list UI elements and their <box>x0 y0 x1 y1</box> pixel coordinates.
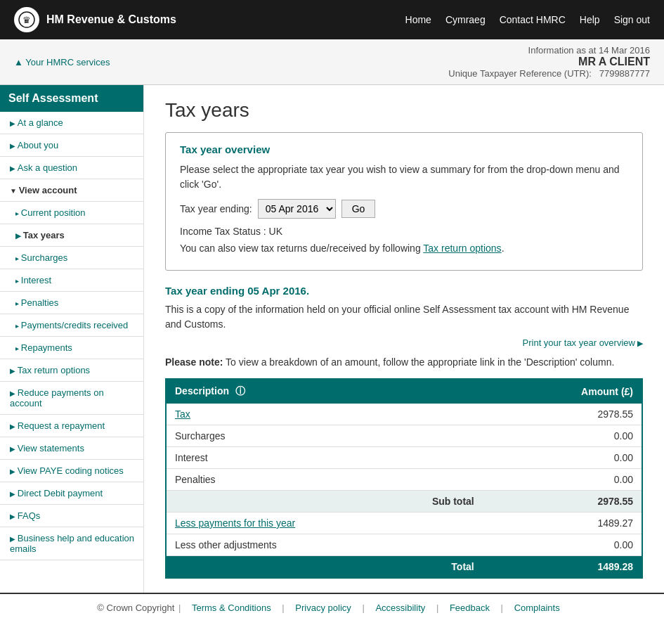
row-penalties-desc: Penalties <box>166 469 483 491</box>
sidebar-subitem-current-position[interactable]: Current position <box>0 202 143 224</box>
table-row: Less other adjustments 0.00 <box>166 534 642 556</box>
total-value: 1489.28 <box>483 556 642 579</box>
tax-year-row: Tax year ending: 05 Apr 2016 05 Apr 2015… <box>180 199 628 219</box>
less-adjustments-desc: Less other adjustments <box>166 534 483 556</box>
sidebar-item-direct-debit[interactable]: Direct Debit payment <box>0 482 143 505</box>
tax-year-overview-box: Tax year overview Please select the appr… <box>165 132 643 271</box>
nav-home[interactable]: Home <box>405 14 431 25</box>
footer-terms[interactable]: Terms & Conditions <box>192 603 271 613</box>
top-nav: Home Cymraeg Contact HMRC Help Sign out <box>405 14 650 25</box>
note-rest: To view a breakdown of an amount, follow… <box>223 356 614 368</box>
nav-signout[interactable]: Sign out <box>614 14 650 25</box>
note-bold: Please note: <box>165 356 223 368</box>
footer-privacy[interactable]: Privacy policy <box>295 603 351 613</box>
data-table: Description ⓘ Amount (£) Tax 2978.55 Sur… <box>165 378 643 579</box>
content-area: Tax years Tax year overview Please selec… <box>144 85 664 593</box>
row-interest-amount: 0.00 <box>483 447 642 469</box>
crown-logo: ♛ <box>14 7 39 32</box>
utr-value: 7799887777 <box>599 68 650 79</box>
less-adjustments-value: 0.00 <box>483 534 642 556</box>
row-surcharges-desc: Surcharges <box>166 425 483 447</box>
nav-help[interactable]: Help <box>580 14 600 25</box>
footer: © Crown Copyright | Terms & Conditions |… <box>0 593 664 622</box>
svg-text:♛: ♛ <box>22 15 31 25</box>
table-header-row: Description ⓘ Amount (£) <box>166 379 642 404</box>
total-label: Total <box>166 556 483 579</box>
main-layout: Self Assessment At a glance About you As… <box>0 85 664 593</box>
top-header: ♛ HM Revenue & Customs Home Cymraeg Cont… <box>0 0 664 39</box>
sidebar-subitem-penalties[interactable]: Penalties <box>0 292 143 314</box>
logo-text: HM Revenue & Customs <box>46 13 176 26</box>
table-row: Interest 0.00 <box>166 447 642 469</box>
tax-year-label: Tax year ending: <box>180 203 252 214</box>
info-date: Information as at 14 Mar 2016 <box>448 45 650 56</box>
sidebar: Self Assessment At a glance About you As… <box>0 85 144 593</box>
table-row: Tax 2978.55 <box>166 404 642 425</box>
row-surcharges-amount: 0.00 <box>483 425 642 447</box>
question-icon[interactable]: ⓘ <box>235 385 245 398</box>
col-amount-header: Amount (£) <box>483 379 642 404</box>
footer-feedback[interactable]: Feedback <box>450 603 490 613</box>
col-description-header: Description ⓘ <box>166 379 483 404</box>
row-tax-amount: 2978.55 <box>483 404 642 425</box>
sidebar-item-view-paye[interactable]: View PAYE coding notices <box>0 460 143 482</box>
sidebar-item-view-account[interactable]: View account <box>0 179 143 202</box>
overview-intro: Please select the appropriate tax year y… <box>180 162 628 192</box>
row-tax-desc: Tax <box>166 404 483 425</box>
sidebar-item-request-repayment[interactable]: Request a repayment <box>0 415 143 437</box>
sidebar-subitem-repayments[interactable]: Repayments <box>0 337 143 359</box>
sidebar-header: Self Assessment <box>0 85 143 112</box>
nav-contact[interactable]: Contact HMRC <box>500 14 566 25</box>
service-bar: ▲ Your HMRC services Information as at 1… <box>0 39 664 85</box>
footer-complaints[interactable]: Complaints <box>514 603 560 613</box>
less-payments-link[interactable]: Less payments for this year <box>175 517 295 529</box>
table-row: Surcharges 0.00 <box>166 425 642 447</box>
sidebar-item-at-a-glance[interactable]: At a glance <box>0 112 143 134</box>
logo-area: ♛ HM Revenue & Customs <box>14 7 176 32</box>
note-text: Please note: To view a breakdown of an a… <box>165 355 643 370</box>
view-returns-text: You can also view tax returns due/receiv… <box>180 243 628 254</box>
tax-year-detail-title: Tax year ending 05 Apr 2016. <box>165 285 643 297</box>
sidebar-subitem-payments-credits[interactable]: Payments/credits received <box>0 314 143 337</box>
copy-text: This is a copy of the information held o… <box>165 302 643 332</box>
print-link[interactable]: Print your tax year overview <box>165 337 643 348</box>
less-payments-value: 1489.27 <box>483 513 642 534</box>
income-tax-status: Income Tax Status : UK <box>180 226 628 237</box>
sidebar-subitem-surcharges[interactable]: Surcharges <box>0 247 143 269</box>
total-row: Total 1489.28 <box>166 556 642 579</box>
user-name: MR A CLIENT <box>448 56 650 68</box>
row-interest-desc: Interest <box>166 447 483 469</box>
sidebar-item-tax-return-options[interactable]: Tax return options <box>0 359 143 382</box>
utr-line: Unique Taxpayer Reference (UTR): 7799887… <box>448 68 650 79</box>
sidebar-item-about-you[interactable]: About you <box>0 134 143 157</box>
subtotal-row: Sub total 2978.55 <box>166 491 642 513</box>
your-hmrc-services-link[interactable]: ▲ Your HMRC services <box>14 57 110 67</box>
table-row: Penalties 0.00 <box>166 469 642 491</box>
print-anchor[interactable]: Print your tax year overview <box>523 337 643 348</box>
sidebar-subitem-tax-years[interactable]: Tax years <box>0 224 143 247</box>
less-payments-desc: Less payments for this year <box>166 513 483 534</box>
subtotal-value: 2978.55 <box>483 491 642 513</box>
sidebar-item-reduce-payments[interactable]: Reduce payments on account <box>0 382 143 415</box>
table-row: Less payments for this year 1489.27 <box>166 513 642 534</box>
row-penalties-amount: 0.00 <box>483 469 642 491</box>
overview-section-title: Tax year overview <box>180 143 628 155</box>
nav-cymraeg[interactable]: Cymraeg <box>445 14 486 25</box>
sidebar-item-business-help[interactable]: Business help and education emails <box>0 527 143 560</box>
copyright: © Crown Copyright <box>97 603 174 613</box>
tax-year-select[interactable]: 05 Apr 2016 05 Apr 2015 05 Apr 2014 <box>258 199 336 219</box>
tax-link[interactable]: Tax <box>175 408 190 420</box>
sidebar-item-view-statements[interactable]: View statements <box>0 437 143 460</box>
user-info: Information as at 14 Mar 2016 MR A CLIEN… <box>448 45 650 79</box>
footer-accessibility[interactable]: Accessibility <box>375 603 425 613</box>
sidebar-item-ask-question[interactable]: Ask a question <box>0 157 143 179</box>
go-button[interactable]: Go <box>341 200 376 218</box>
utr-label: Unique Taxpayer Reference (UTR): <box>448 68 592 79</box>
sidebar-subitem-interest[interactable]: Interest <box>0 269 143 292</box>
view-returns-after: . <box>502 243 504 254</box>
sidebar-item-faqs[interactable]: FAQs <box>0 505 143 527</box>
page-title: Tax years <box>165 99 643 122</box>
view-returns-before: You can also view tax returns due/receiv… <box>180 243 423 254</box>
subtotal-label: Sub total <box>166 491 483 513</box>
tax-return-options-link[interactable]: Tax return options <box>423 243 501 254</box>
